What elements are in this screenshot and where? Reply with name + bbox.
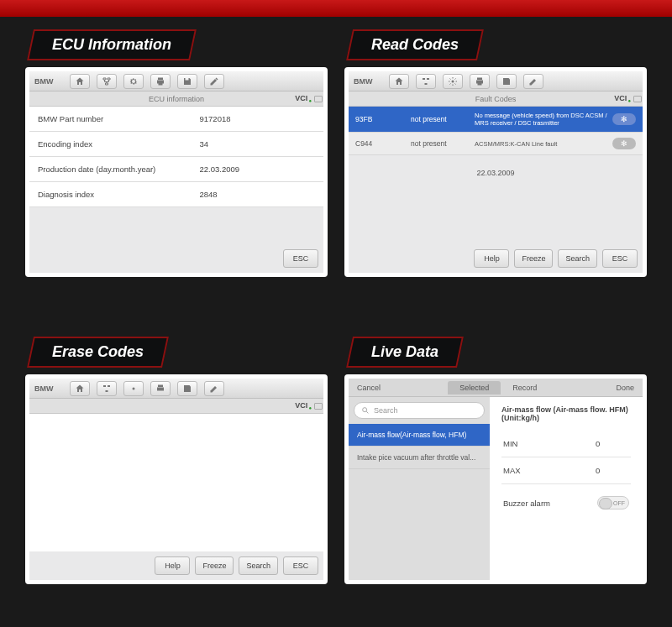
help-button[interactable]: Help [474,249,509,268]
cancel-button[interactable]: Cancel [349,384,389,392]
tab-record[interactable]: Record [501,381,549,394]
panel-ecu: ECU Information BMW ECU information VCI●… [25,29,328,320]
tab-selected[interactable]: Selected [448,381,501,394]
min-row: MIN 0 [501,431,631,457]
param-item[interactable]: Intake pice vacuum after throttle val... [349,447,490,469]
home-icon[interactable] [70,381,90,396]
live-right-pane: Air-mass flow (Air-mass flow. HFM)(Unit:… [490,397,643,580]
save-icon[interactable] [496,74,517,89]
search-icon [361,406,370,415]
button-bar: Help Freeze Search ESC [349,244,643,273]
date-stamp: 22.03.2009 [349,155,643,191]
live-left-pane: Search Air-mass flow(Air-mass flow, HFM)… [349,397,490,580]
gear-icon[interactable] [443,74,463,89]
gear-icon[interactable] [123,74,144,89]
panel-live: Live Data Cancel Selected Record Done Se… [344,337,647,627]
help-button[interactable]: Help [155,556,190,575]
toolbar: BMW [349,71,643,91]
ecu-row: Production date (day.month.year)22.03.20… [29,157,323,182]
read-content: 93FB not present No message (vehicle spe… [349,107,643,273]
device-read: BMW Fault Codes VCI● 93FB not present No… [344,67,647,277]
subheader-title: Fault Codes [475,95,517,103]
erase-content: Help Freeze Search ESC [29,414,323,580]
camera-icon[interactable] [314,96,323,102]
camera-icon[interactable] [314,403,323,410]
brand-label: BMW [34,384,63,393]
edit-icon[interactable] [204,74,224,89]
subheader: Fault Codes VCI● [349,91,643,107]
save-icon[interactable] [177,381,197,396]
svg-point-0 [452,80,454,82]
freeze-button[interactable]: Freeze [514,249,553,268]
main-grid: ECU Information BMW ECU information VCI●… [0,17,672,627]
subheader: ECU information VCI● [29,91,323,107]
snowflake-icon[interactable]: ✻ [612,138,636,149]
esc-button[interactable]: ESC [283,249,318,268]
live-body: Search Air-mass flow(Air-mass flow, HFM)… [349,397,643,580]
done-button[interactable]: Done [608,384,643,392]
max-row: MAX 0 [501,457,631,484]
label-ecu: ECU Information [27,29,197,60]
label-live: Live Data [346,337,464,368]
panel-read: Read Codes BMW Fault Codes VCI● 93FB not… [344,29,647,320]
brand-label: BMW [354,77,382,86]
buzzer-row: Buzzer alarm OFF [501,484,631,509]
svg-point-1 [133,387,135,389]
device-ecu: BMW ECU information VCI● BMW Part number… [25,67,328,277]
edit-icon[interactable] [523,74,543,89]
vci-badge: VCI● [614,94,631,104]
tree-icon[interactable] [97,74,117,89]
print-icon[interactable] [470,74,490,89]
toolbar: BMW [29,379,323,399]
live-topbar: Cancel Selected Record Done [349,379,643,397]
panel-erase: Erase Codes BMW VCI● Help Freeze [25,337,328,627]
device-erase: BMW VCI● Help Freeze Search ESC [25,374,328,584]
search-input[interactable]: Search [354,402,485,419]
gear-icon[interactable] [123,381,144,396]
home-icon[interactable] [70,74,90,89]
save-icon[interactable] [177,74,197,89]
label-read: Read Codes [346,29,484,60]
subheader-title: ECU information [149,95,204,103]
freeze-button[interactable]: Freeze [195,556,234,575]
brand-label: BMW [34,77,63,86]
print-icon[interactable] [150,74,171,89]
device-live: Cancel Selected Record Done Search Air-m… [344,374,647,584]
subheader: VCI● [29,399,323,414]
fault-row[interactable]: 93FB not present No message (vehicle spe… [349,107,643,133]
buzzer-toggle[interactable]: OFF [597,496,629,509]
ecu-content: BMW Part number9172018 Encoding index34 … [29,107,323,273]
accent-top-bar [0,0,672,17]
button-bar: ESC [29,244,323,273]
vci-badge: VCI● [295,94,312,104]
vci-badge: VCI● [295,401,312,411]
detail-title: Air-mass flow (Air-mass flow. HFM)(Unit:… [501,405,631,422]
esc-button[interactable]: ESC [283,556,318,575]
param-item[interactable]: Air-mass flow(Air-mass flow, HFM) [349,424,490,447]
search-button[interactable]: Search [239,556,278,575]
toolbar: BMW [29,71,323,91]
ecu-row: Encoding index34 [29,132,323,157]
label-erase: Erase Codes [27,337,169,368]
camera-icon[interactable] [633,96,642,102]
fault-row[interactable]: C944 not present ACSM/MRS:K-CAN Line fau… [349,133,643,155]
home-icon[interactable] [389,74,409,89]
ecu-row: BMW Part number9172018 [29,107,323,132]
print-icon[interactable] [150,381,171,396]
esc-button[interactable]: ESC [602,249,638,268]
ecu-row: Diagnosis index2848 [29,182,323,207]
edit-icon[interactable] [204,381,224,396]
search-button[interactable]: Search [558,249,597,268]
button-bar: Help Freeze Search ESC [29,551,323,580]
tree-icon[interactable] [416,74,436,89]
tree-icon[interactable] [97,381,117,396]
snowflake-icon[interactable]: ✻ [612,113,636,125]
svg-point-2 [363,408,367,412]
